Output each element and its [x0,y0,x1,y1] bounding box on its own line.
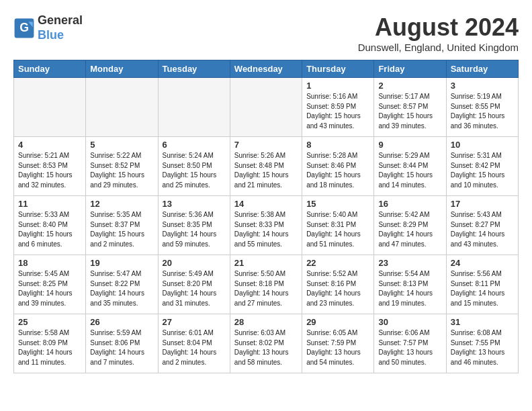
day-number: 14 [234,199,298,209]
day-info: Sunrise: 5:58 AMSunset: 8:09 PMDaylight:… [18,328,81,367]
day-cell: 9Sunrise: 5:29 AMSunset: 8:44 PMDaylight… [374,137,446,196]
day-info: Sunrise: 5:36 AMSunset: 8:35 PMDaylight:… [163,210,226,249]
page-header: G General Blue August 2024 Dunswell, Eng… [13,13,519,53]
day-cell: 26Sunrise: 5:59 AMSunset: 8:06 PMDayligh… [86,314,158,373]
day-number: 17 [451,199,514,209]
day-info: Sunrise: 5:45 AMSunset: 8:25 PMDaylight:… [18,269,81,308]
col-header-monday: Monday [86,60,158,78]
day-cell: 12Sunrise: 5:35 AMSunset: 8:37 PMDayligh… [86,196,158,255]
day-number: 15 [306,199,369,209]
day-info: Sunrise: 5:50 AMSunset: 8:18 PMDaylight:… [234,269,298,308]
day-number: 6 [163,140,226,150]
day-number: 8 [306,140,369,150]
day-cell [158,78,230,137]
day-info: Sunrise: 5:43 AMSunset: 8:27 PMDaylight:… [451,210,514,249]
day-number: 21 [234,258,298,268]
day-info: Sunrise: 5:56 AMSunset: 8:11 PMDaylight:… [451,269,514,308]
day-info: Sunrise: 5:28 AMSunset: 8:46 PMDaylight:… [306,151,369,190]
day-info: Sunrise: 6:06 AMSunset: 7:57 PMDaylight:… [378,328,441,367]
col-header-wednesday: Wednesday [230,60,302,78]
day-cell: 23Sunrise: 5:54 AMSunset: 8:13 PMDayligh… [374,255,446,314]
day-cell: 5Sunrise: 5:22 AMSunset: 8:52 PMDaylight… [86,137,158,196]
day-number: 1 [306,81,369,91]
day-number: 10 [451,140,514,150]
day-number: 28 [234,317,298,327]
day-info: Sunrise: 5:31 AMSunset: 8:42 PMDaylight:… [451,151,514,190]
day-cell: 8Sunrise: 5:28 AMSunset: 8:46 PMDaylight… [302,137,374,196]
day-number: 20 [163,258,226,268]
day-cell [14,78,86,137]
day-cell: 18Sunrise: 5:45 AMSunset: 8:25 PMDayligh… [14,255,86,314]
day-cell: 24Sunrise: 5:56 AMSunset: 8:11 PMDayligh… [446,255,518,314]
day-cell: 29Sunrise: 6:05 AMSunset: 7:59 PMDayligh… [302,314,374,373]
day-number: 23 [378,258,441,268]
day-cell: 14Sunrise: 5:38 AMSunset: 8:33 PMDayligh… [230,196,302,255]
day-number: 25 [18,317,81,327]
day-number: 5 [90,140,153,150]
location: Dunswell, England, United Kingdom [358,42,519,53]
logo-icon: G [13,17,35,39]
day-number: 27 [163,317,226,327]
week-row-1: 1Sunrise: 5:16 AMSunset: 8:59 PMDaylight… [14,78,519,137]
day-info: Sunrise: 5:52 AMSunset: 8:16 PMDaylight:… [306,269,369,308]
svg-text:G: G [19,20,29,34]
col-header-sunday: Sunday [14,60,86,78]
day-info: Sunrise: 6:03 AMSunset: 8:02 PMDaylight:… [234,328,298,367]
header-row: SundayMondayTuesdayWednesdayThursdayFrid… [14,60,519,78]
day-number: 18 [18,258,81,268]
day-info: Sunrise: 5:21 AMSunset: 8:53 PMDaylight:… [18,151,81,190]
day-cell: 25Sunrise: 5:58 AMSunset: 8:09 PMDayligh… [14,314,86,373]
day-info: Sunrise: 6:01 AMSunset: 8:04 PMDaylight:… [163,328,226,367]
day-info: Sunrise: 6:08 AMSunset: 7:55 PMDaylight:… [451,328,514,367]
day-info: Sunrise: 5:38 AMSunset: 8:33 PMDaylight:… [234,210,298,249]
day-cell: 27Sunrise: 6:01 AMSunset: 8:04 PMDayligh… [158,314,230,373]
day-cell: 19Sunrise: 5:47 AMSunset: 8:22 PMDayligh… [86,255,158,314]
day-cell: 7Sunrise: 5:26 AMSunset: 8:48 PMDaylight… [230,137,302,196]
day-cell: 15Sunrise: 5:40 AMSunset: 8:31 PMDayligh… [302,196,374,255]
day-cell: 11Sunrise: 5:33 AMSunset: 8:40 PMDayligh… [14,196,86,255]
day-info: Sunrise: 5:26 AMSunset: 8:48 PMDaylight:… [234,151,298,190]
day-info: Sunrise: 5:40 AMSunset: 8:31 PMDaylight:… [306,210,369,249]
day-cell [230,78,302,137]
logo-line2: Blue [38,28,83,43]
col-header-tuesday: Tuesday [158,60,230,78]
calendar-table: SundayMondayTuesdayWednesdayThursdayFrid… [13,60,519,373]
day-cell: 4Sunrise: 5:21 AMSunset: 8:53 PMDaylight… [14,137,86,196]
day-cell: 28Sunrise: 6:03 AMSunset: 8:02 PMDayligh… [230,314,302,373]
day-info: Sunrise: 5:42 AMSunset: 8:29 PMDaylight:… [378,210,441,249]
day-number: 9 [378,140,441,150]
month-title: August 2024 [358,13,519,42]
day-cell: 30Sunrise: 6:06 AMSunset: 7:57 PMDayligh… [374,314,446,373]
day-info: Sunrise: 5:16 AMSunset: 8:59 PMDaylight:… [306,92,369,131]
day-number: 13 [163,199,226,209]
day-number: 11 [18,199,81,209]
logo: G General Blue [13,13,83,42]
day-number: 24 [451,258,514,268]
day-number: 29 [306,317,369,327]
day-info: Sunrise: 5:33 AMSunset: 8:40 PMDaylight:… [18,210,81,249]
day-cell: 21Sunrise: 5:50 AMSunset: 8:18 PMDayligh… [230,255,302,314]
day-number: 26 [90,317,153,327]
day-cell: 6Sunrise: 5:24 AMSunset: 8:50 PMDaylight… [158,137,230,196]
day-cell: 16Sunrise: 5:42 AMSunset: 8:29 PMDayligh… [374,196,446,255]
week-row-2: 4Sunrise: 5:21 AMSunset: 8:53 PMDaylight… [14,137,519,196]
day-info: Sunrise: 5:24 AMSunset: 8:50 PMDaylight:… [163,151,226,190]
day-info: Sunrise: 5:47 AMSunset: 8:22 PMDaylight:… [90,269,153,308]
week-row-3: 11Sunrise: 5:33 AMSunset: 8:40 PMDayligh… [14,196,519,255]
day-cell [86,78,158,137]
day-cell: 22Sunrise: 5:52 AMSunset: 8:16 PMDayligh… [302,255,374,314]
day-info: Sunrise: 5:19 AMSunset: 8:55 PMDaylight:… [451,92,514,131]
day-number: 12 [90,199,153,209]
day-number: 3 [451,81,514,91]
day-cell: 20Sunrise: 5:49 AMSunset: 8:20 PMDayligh… [158,255,230,314]
day-number: 22 [306,258,369,268]
title-block: August 2024 Dunswell, England, United Ki… [358,13,519,53]
day-cell: 13Sunrise: 5:36 AMSunset: 8:35 PMDayligh… [158,196,230,255]
week-row-5: 25Sunrise: 5:58 AMSunset: 8:09 PMDayligh… [14,314,519,373]
day-info: Sunrise: 6:05 AMSunset: 7:59 PMDaylight:… [306,328,369,367]
col-header-friday: Friday [374,60,446,78]
day-number: 2 [378,81,441,91]
col-header-thursday: Thursday [302,60,374,78]
day-info: Sunrise: 5:54 AMSunset: 8:13 PMDaylight:… [378,269,441,308]
day-number: 7 [234,140,298,150]
